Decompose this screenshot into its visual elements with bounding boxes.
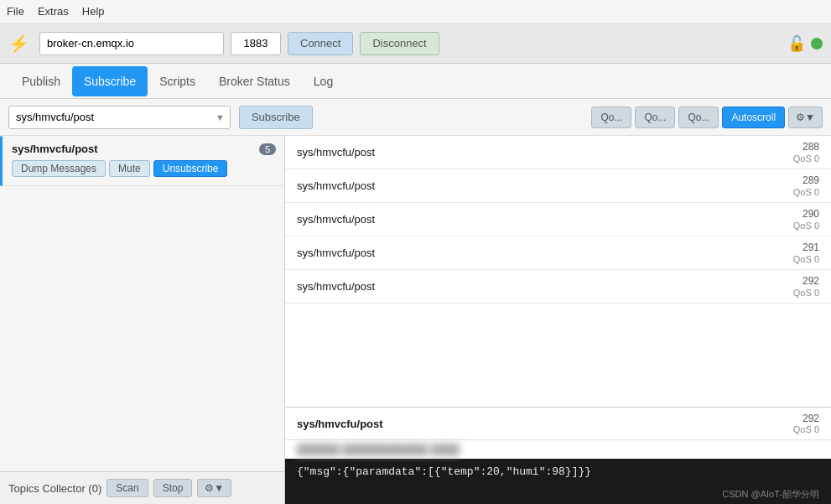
settings-button[interactable]: ⚙▼ <box>788 107 823 128</box>
table-row[interactable]: sys/hmvcfu/post 291 QoS 0 <box>285 236 831 270</box>
message-topic: sys/hmvcfu/post <box>297 146 375 158</box>
left-panel-spacer <box>0 186 284 471</box>
message-qos: QoS 0 <box>793 221 819 231</box>
tab-broker-status[interactable]: Broker Status <box>207 66 302 96</box>
menu-bar: File Extras Help <box>0 0 831 23</box>
message-topic: sys/hmvcfu/post <box>297 280 375 293</box>
dropdown-arrow-icon[interactable]: ▼ <box>210 112 230 122</box>
message-count-badge: 5 <box>259 143 276 155</box>
detail-payload: {"msg":{"paramdata":[{"temp":20,"humi":9… <box>285 459 831 485</box>
connect-button[interactable]: Connect <box>288 32 353 55</box>
tab-log[interactable]: Log <box>302 66 345 96</box>
bolt-icon: ⚡ <box>8 34 29 54</box>
table-row[interactable]: sys/hmvcfu/post 289 QoS 0 <box>285 169 831 203</box>
tab-bar: Publish Subscribe Scripts Broker Status … <box>0 64 831 99</box>
message-qos: QoS 0 <box>793 254 819 264</box>
message-topic: sys/hmvcfu/post <box>297 247 375 259</box>
main-content: sys/hmvcfu/post 5 Dump Messages Mute Uns… <box>0 136 831 504</box>
menu-extras[interactable]: Extras <box>38 5 69 18</box>
message-id: 292 <box>802 275 819 287</box>
table-row[interactable]: sys/hmvcfu/post 290 QoS 0 <box>285 203 831 236</box>
port-input[interactable] <box>231 32 281 55</box>
subscription-item: sys/hmvcfu/post 5 Dump Messages Mute Uns… <box>0 136 284 186</box>
tab-scripts[interactable]: Scripts <box>148 66 207 96</box>
autoscroll-button[interactable]: Autoscroll <box>722 107 785 128</box>
tab-subscribe[interactable]: Subscribe <box>72 66 148 96</box>
subscription-topic: sys/hmvcfu/post <box>12 143 98 155</box>
menu-help[interactable]: Help <box>82 5 105 18</box>
disconnect-button[interactable]: Disconnect <box>360 32 439 55</box>
dump-messages-button[interactable]: Dump Messages <box>12 160 106 177</box>
active-indicator <box>0 136 3 186</box>
subscribe-button[interactable]: Subscribe <box>239 106 313 129</box>
message-qos: QoS 0 <box>793 187 819 197</box>
collector-settings-button[interactable]: ⚙▼ <box>197 479 231 497</box>
topic-input[interactable] <box>9 107 210 127</box>
message-meta: 288 QoS 0 <box>793 141 819 164</box>
lock-icon: 🔓 <box>787 34 806 53</box>
qos-1-button[interactable]: Qo... <box>635 107 675 128</box>
qos-0-button[interactable]: Qo... <box>591 107 631 128</box>
table-row[interactable]: sys/hmvcfu/post 288 QoS 0 <box>285 136 831 169</box>
message-meta: 291 QoS 0 <box>793 242 819 264</box>
topics-collector: Topics Collector (0) Scan Stop ⚙▼ <box>0 471 284 504</box>
mute-button[interactable]: Mute <box>109 160 150 177</box>
subscription-header: sys/hmvcfu/post 5 <box>12 143 276 155</box>
subscription-actions: Dump Messages Mute Unsubscribe <box>12 160 276 179</box>
detail-payload-blurred: ██████ ████████████ ████ <box>285 440 831 459</box>
message-id: 290 <box>802 208 819 220</box>
detail-meta: 292 QoS 0 <box>793 413 819 434</box>
detail-id: 292 <box>802 413 819 424</box>
message-id: 288 <box>802 141 819 153</box>
qos-buttons: Qo... Qo... Qo... Autoscroll ⚙▼ <box>591 107 823 128</box>
message-id: 289 <box>802 174 819 186</box>
toolbar: ⚡ Connect Disconnect 🔓 <box>0 23 831 64</box>
messages-list: sys/hmvcfu/post 288 QoS 0 sys/hmvcfu/pos… <box>285 136 831 407</box>
message-topic: sys/hmvcfu/post <box>297 213 375 226</box>
message-qos: QoS 0 <box>793 288 819 298</box>
scan-button[interactable]: Scan <box>106 479 148 497</box>
message-meta: 289 QoS 0 <box>793 174 819 197</box>
table-row[interactable]: sys/hmvcfu/post 292 QoS 0 <box>285 270 831 304</box>
toolbar-right: 🔓 <box>787 34 823 53</box>
right-panel: sys/hmvcfu/post 288 QoS 0 sys/hmvcfu/pos… <box>285 136 831 504</box>
detail-topic: sys/hmvcfu/post <box>297 418 383 430</box>
detail-header: sys/hmvcfu/post 292 QoS 0 <box>285 408 831 440</box>
topics-collector-label: Topics Collector (0) <box>8 482 101 495</box>
qos-2-button[interactable]: Qo... <box>678 107 719 128</box>
message-id: 291 <box>802 242 819 253</box>
detail-panel: sys/hmvcfu/post 292 QoS 0 ██████ ███████… <box>285 407 831 504</box>
message-topic: sys/hmvcfu/post <box>297 179 375 192</box>
detail-qos: QoS 0 <box>793 424 819 434</box>
left-panel: sys/hmvcfu/post 5 Dump Messages Mute Uns… <box>0 136 285 504</box>
message-meta: 290 QoS 0 <box>793 208 819 231</box>
stop-button[interactable]: Stop <box>153 479 193 497</box>
detail-footer: CSDN @AIoT-韶华分明 <box>285 485 831 504</box>
message-meta: 292 QoS 0 <box>793 275 819 298</box>
connection-status-dot <box>811 38 823 49</box>
subscribe-bar: ▼ Subscribe Qo... Qo... Qo... Autoscroll… <box>0 99 831 136</box>
message-qos: QoS 0 <box>793 153 819 164</box>
menu-file[interactable]: File <box>7 5 24 18</box>
topic-input-wrap: ▼ <box>8 106 231 129</box>
tab-publish[interactable]: Publish <box>10 66 72 96</box>
url-input[interactable] <box>39 32 224 55</box>
watermark: CSDN @AIoT-韶华分明 <box>722 488 819 501</box>
unsubscribe-button[interactable]: Unsubscribe <box>153 160 228 177</box>
